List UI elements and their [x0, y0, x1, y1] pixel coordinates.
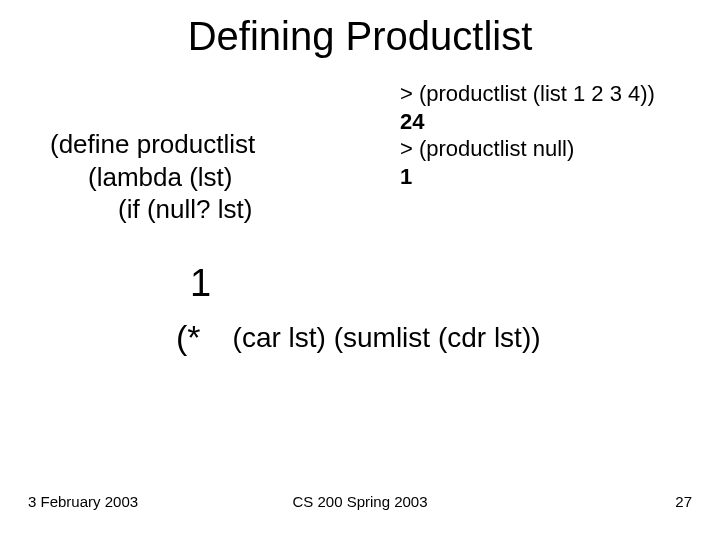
slide: Defining Productlist (define productlist…: [0, 0, 720, 540]
code-line-3: (if (null? lst): [50, 193, 255, 226]
open-star: (*: [176, 318, 201, 357]
base-case-value: 1: [190, 262, 211, 305]
repl-line-1: > (productlist (list 1 2 3 4)): [400, 80, 655, 108]
recursive-rest: (car lst) (sumlist (cdr lst)): [233, 322, 541, 353]
code-definition: (define productlist (lambda (lst) (if (n…: [50, 128, 255, 226]
code-line-2: (lambda (lst): [50, 161, 255, 194]
footer-page-number: 27: [675, 493, 692, 510]
footer-course: CS 200 Spring 2003: [0, 493, 720, 510]
code-line-1: (define productlist: [50, 128, 255, 161]
repl-line-3: > (productlist null): [400, 135, 655, 163]
repl-line-4: 1: [400, 163, 655, 191]
repl-line-2: 24: [400, 108, 655, 136]
repl-output: > (productlist (list 1 2 3 4)) 24 > (pro…: [400, 80, 655, 190]
recursive-case: (*(car lst) (sumlist (cdr lst)): [176, 316, 541, 355]
slide-title: Defining Productlist: [0, 14, 720, 59]
